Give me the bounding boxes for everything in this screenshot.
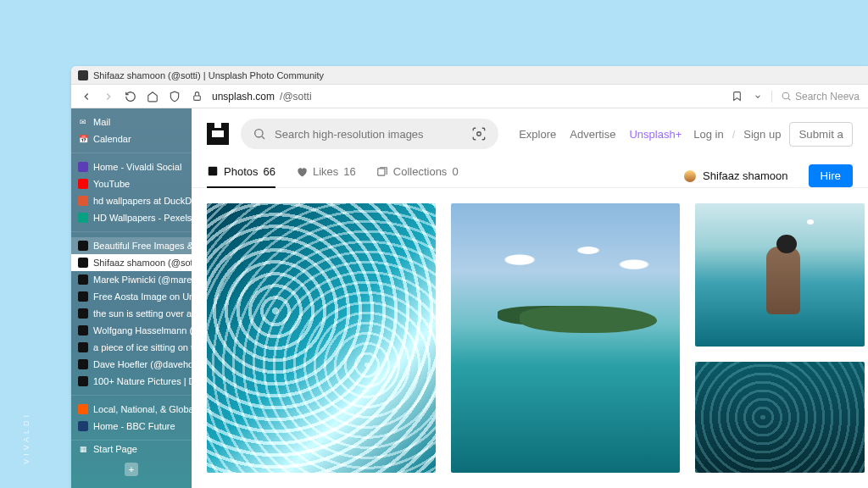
sidebar-item-label: 100+ Nature Pictures | Downlo — [93, 376, 192, 386]
sidebar-item-label: the sun is setting over a mount — [93, 308, 192, 319]
sidebar-item[interactable]: Free Aosta Image on Unsplash — [71, 288, 192, 305]
sidebar-item[interactable]: hd wallpapers at DuckDuckGo — [71, 192, 192, 209]
separator: / — [732, 128, 736, 141]
svg-point-1 — [782, 92, 789, 99]
svg-point-3 — [255, 130, 263, 137]
favicon — [78, 213, 88, 223]
site-header: Explore Advertise Unsplash+ Log in / Sig… — [192, 108, 868, 159]
sidebar: ✉Mail 📅Calendar Home - Vivaldi SocialYou… — [71, 108, 192, 488]
search-bar[interactable] — [241, 119, 498, 149]
reload-button[interactable] — [124, 90, 137, 103]
bookmark-icon[interactable] — [731, 90, 744, 103]
favicon — [78, 325, 88, 336]
sidebar-item-label: hd wallpapers at DuckDuckGo — [93, 196, 192, 206]
tab-collections[interactable]: Collections 0 — [376, 165, 459, 186]
sidebar-item[interactable]: Dave Hoefler (@davehoefler) | — [71, 356, 192, 373]
photo-icon — [207, 165, 219, 177]
photo-thumbnail[interactable] — [695, 362, 865, 473]
nav-explore[interactable]: Explore — [519, 128, 556, 141]
sidebar-item-label: Start Page — [93, 444, 137, 454]
photo-gallery — [192, 188, 868, 488]
sidebar-mail[interactable]: ✉Mail — [71, 114, 192, 130]
photo-thumbnail[interactable] — [451, 203, 680, 473]
sidebar-item[interactable]: Local, National, & Global Daily — [71, 401, 192, 418]
favicon — [78, 308, 88, 319]
sidebar-item-label: a piece of ice sitting on top of — [93, 342, 192, 352]
photo-thumbnail[interactable] — [695, 203, 865, 347]
sidebar-item-label: Calendar — [93, 134, 131, 144]
tab-count: 0 — [452, 165, 458, 178]
sidebar-item-label: Shifaaz shamoon (@sotti) | Uns — [93, 258, 192, 268]
photo-thumbnail[interactable] — [207, 203, 436, 473]
address-bar: unsplash.com/@sotti Search Neeva — [71, 85, 868, 108]
sidebar-item-label: Home - Vivaldi Social — [93, 162, 181, 172]
favicon — [78, 342, 88, 352]
grid-icon: ▦ — [78, 444, 88, 454]
browser-window: Shifaaz shamoon (@sotti) | Unsplash Phot… — [71, 66, 868, 488]
favicon — [78, 241, 88, 251]
vivaldi-watermark: VIVALDI — [22, 412, 31, 464]
home-button[interactable] — [146, 90, 159, 103]
profile-user[interactable]: Shifaaz shamoon — [684, 169, 787, 182]
tab-photos[interactable]: Photos 66 — [207, 165, 275, 188]
nav-unsplash-plus[interactable]: Unsplash+ — [629, 128, 682, 141]
shield-icon[interactable] — [168, 90, 181, 103]
header-nav: Explore Advertise Unsplash+ — [519, 128, 682, 141]
browser-search[interactable]: Search Neeva — [771, 91, 860, 103]
back-button[interactable] — [80, 90, 93, 103]
sidebar-item[interactable]: YouTube — [71, 175, 192, 192]
sidebar-item-label: HD Wallpapers - Pexels — [93, 213, 192, 223]
sidebar-item[interactable]: Home - BBC Future — [71, 418, 192, 435]
tab-label: Photos — [224, 165, 258, 178]
sidebar-item[interactable]: Marek Piwnicki (@marekpiwni — [71, 271, 192, 288]
sidebar-add[interactable]: + — [71, 458, 192, 481]
sidebar-item[interactable]: Shifaaz shamoon (@sotti) | Uns — [71, 254, 192, 271]
search-icon — [253, 127, 266, 141]
sidebar-item-label: Dave Hoefler (@davehoefler) | — [93, 359, 192, 369]
lock-icon[interactable] — [190, 90, 203, 103]
svg-rect-0 — [193, 96, 200, 100]
tab-label: Collections — [393, 165, 448, 178]
login-link[interactable]: Log in — [693, 128, 723, 141]
search-input[interactable] — [275, 128, 463, 141]
hire-button[interactable]: Hire — [809, 164, 853, 187]
forward-button[interactable] — [102, 90, 115, 103]
nav-advertise[interactable]: Advertise — [570, 128, 615, 141]
profile-name: Shifaaz shamoon — [703, 169, 787, 182]
tab-count: 66 — [263, 165, 275, 178]
sidebar-item[interactable]: Beautiful Free Images & Pictur — [71, 237, 192, 254]
visual-search-icon[interactable] — [471, 126, 487, 141]
chevron-down-icon[interactable] — [751, 90, 765, 103]
favicon — [78, 359, 88, 369]
sidebar-item-label: Wolfgang Hasselmann (@wolfg — [93, 325, 192, 336]
url-path: /@sotti — [280, 91, 312, 103]
favicon — [78, 404, 88, 414]
sidebar-item[interactable]: Home - Vivaldi Social — [71, 158, 192, 175]
submit-photo-button[interactable]: Submit a — [789, 122, 853, 147]
svg-line-4 — [262, 136, 264, 139]
favicon — [78, 274, 88, 285]
favicon — [78, 258, 88, 268]
sidebar-start-page[interactable]: ▦Start Page — [71, 441, 192, 458]
tab-title[interactable]: Shifaaz shamoon (@sotti) | Unsplash Phot… — [93, 70, 324, 80]
svg-line-2 — [788, 98, 790, 100]
sidebar-calendar[interactable]: 📅Calendar — [71, 130, 192, 147]
sidebar-item-label: YouTube — [93, 179, 130, 189]
tab-label: Likes — [313, 165, 338, 178]
page-content: Explore Advertise Unsplash+ Log in / Sig… — [192, 108, 868, 488]
sidebar-item[interactable]: the sun is setting over a mount — [71, 305, 192, 322]
signup-link[interactable]: Sign up — [743, 128, 781, 141]
url-field[interactable]: unsplash.com/@sotti — [212, 91, 722, 103]
sidebar-item[interactable]: HD Wallpapers - Pexels — [71, 209, 192, 226]
mail-icon: ✉ — [78, 117, 88, 127]
unsplash-logo[interactable] — [207, 123, 229, 145]
favicon — [78, 291, 88, 302]
sidebar-item-label: Home - BBC Future — [93, 421, 175, 431]
tab-likes[interactable]: Likes 16 — [296, 165, 356, 186]
favicon — [78, 421, 88, 431]
sidebar-item-label: Local, National, & Global Daily — [93, 404, 192, 414]
sidebar-item-label: Free Aosta Image on Unsplash — [93, 291, 192, 302]
sidebar-item[interactable]: Wolfgang Hasselmann (@wolfg — [71, 322, 192, 339]
sidebar-item[interactable]: a piece of ice sitting on top of — [71, 339, 192, 356]
sidebar-item[interactable]: 100+ Nature Pictures | Downlo — [71, 373, 192, 390]
